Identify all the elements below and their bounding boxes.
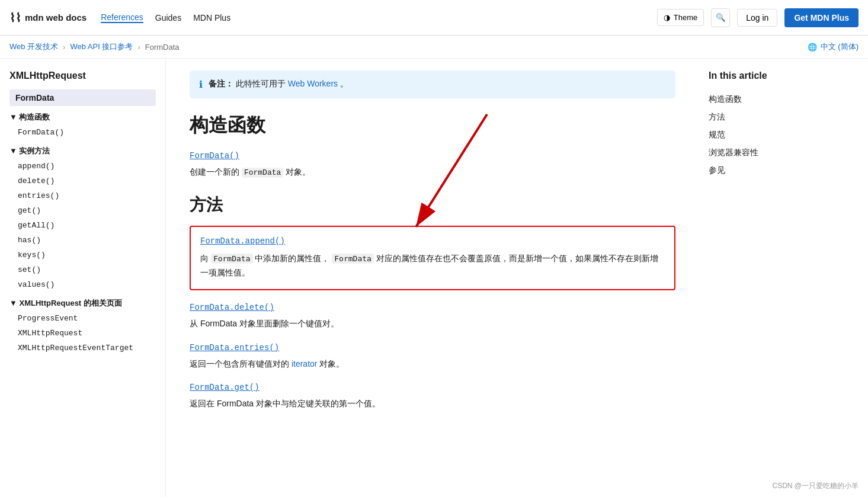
sidebar-item-delete[interactable]: delete() bbox=[9, 174, 156, 188]
toc-title: In this article bbox=[709, 70, 820, 81]
sidebar-item-xmlhttprequesteventtarget[interactable]: XMLHttpRequestEventTarget bbox=[9, 341, 156, 355]
sidebar-item-progressevent[interactable]: ProgressEvent bbox=[9, 311, 156, 326]
breadcrumb-sep-0: › bbox=[63, 43, 65, 52]
breadcrumb-sep-1: › bbox=[137, 43, 140, 52]
sidebar-item-entries[interactable]: entries() bbox=[9, 188, 156, 203]
constructor-description: 创建一个新的 FormData 对象。 bbox=[190, 165, 675, 179]
note-link[interactable]: Web Workers bbox=[288, 79, 338, 88]
nav-right: ◑ Theme 🔍 Log in Get MDN Plus bbox=[657, 8, 859, 27]
sidebar-title: XMLHttpRequest bbox=[9, 70, 156, 81]
sidebar-item-append[interactable]: append() bbox=[9, 159, 156, 174]
append-description: 向 FormData 中添加新的属性值， FormData 对应的属性值存在也不… bbox=[200, 252, 665, 280]
logo-icon: ⌇⌇ bbox=[9, 11, 21, 25]
globe-icon: 🌐 bbox=[808, 43, 817, 52]
constructor-section-title: 构造函数 bbox=[190, 113, 675, 139]
toc-item-1[interactable]: 方法 bbox=[709, 108, 820, 126]
sidebar-item-formdata-constructor[interactable]: FormData() bbox=[9, 125, 156, 140]
lang-switcher[interactable]: 🌐 中文 (简体) bbox=[808, 41, 859, 52]
nav-mdn-plus[interactable]: MDN Plus bbox=[193, 13, 230, 23]
sidebar-section-constructor: ▼ 构造函数 bbox=[9, 112, 156, 123]
search-icon: 🔍 bbox=[716, 13, 726, 22]
theme-icon: ◑ bbox=[664, 13, 670, 22]
right-sidebar: In this article 构造函数 方法 规范 浏览器兼容性 参见 bbox=[699, 59, 829, 497]
sidebar-item-get[interactable]: get() bbox=[9, 203, 156, 218]
logo-text: mdn web docs bbox=[25, 12, 87, 23]
sidebar-item-getall[interactable]: getAll() bbox=[9, 218, 156, 233]
append-method-link[interactable]: FormData.append() bbox=[200, 236, 665, 246]
toc-item-2[interactable]: 规范 bbox=[709, 126, 820, 144]
sidebar-item-xmlhttprequest[interactable]: XMLHttpRequest bbox=[9, 326, 156, 341]
sidebar-item-set[interactable]: set() bbox=[9, 262, 156, 277]
main-content: ℹ 备注： 此特性可用于 Web Workers 。 构造函数 FormData… bbox=[166, 59, 699, 497]
nav-guides[interactable]: Guides bbox=[155, 13, 181, 23]
get-method-link[interactable]: FormData.get() bbox=[190, 383, 260, 392]
breadcrumb-item-0[interactable]: Web 开发技术 bbox=[9, 41, 58, 52]
get-plus-button[interactable]: Get MDN Plus bbox=[784, 8, 859, 27]
sidebar-current-item[interactable]: FormData bbox=[9, 89, 156, 106]
note-content: 此特性可用于 bbox=[236, 79, 286, 88]
note-label: 备注： bbox=[209, 79, 233, 88]
page-layout: XMLHttpRequest FormData ▼ 构造函数 FormData(… bbox=[0, 59, 868, 497]
footer-note: CSDN @一只爱吃糖的小羊 bbox=[772, 481, 859, 491]
logo[interactable]: ⌇⌇ mdn web docs bbox=[9, 11, 87, 25]
note-box: ℹ 备注： 此特性可用于 Web Workers 。 bbox=[190, 70, 675, 98]
sidebar-item-has[interactable]: has() bbox=[9, 233, 156, 248]
toc-item-4[interactable]: 参见 bbox=[709, 162, 820, 179]
entries-method-link[interactable]: FormData.entries() bbox=[190, 343, 279, 352]
methods-section-title: 方法 bbox=[190, 194, 675, 216]
note-content-after: 。 bbox=[340, 79, 348, 88]
constructor-code: FormData bbox=[242, 168, 283, 178]
delete-description: 从 FormData 对象里面删除一个键值对。 bbox=[190, 317, 675, 330]
toc-item-3[interactable]: 浏览器兼容性 bbox=[709, 144, 820, 162]
sidebar-section-related: ▼ XMLHttpRequest 的相关页面 bbox=[9, 298, 156, 309]
theme-label: Theme bbox=[674, 13, 697, 22]
lang-label: 中文 (简体) bbox=[821, 41, 859, 52]
info-icon: ℹ bbox=[199, 79, 203, 90]
constructor-method-link[interactable]: FormData() bbox=[190, 151, 239, 161]
constructor-desc2: 对象。 bbox=[286, 167, 310, 177]
nav-links: References Guides MDN Plus bbox=[101, 12, 230, 23]
constructor-desc-text: 创建一个新的 bbox=[190, 167, 239, 177]
theme-button[interactable]: ◑ Theme bbox=[657, 9, 704, 26]
breadcrumb: Web 开发技术 › Web API 接口参考 › FormData 🌐 中文 … bbox=[0, 36, 868, 59]
iterator-link[interactable]: iterator bbox=[292, 359, 318, 368]
sidebar-item-values[interactable]: values() bbox=[9, 277, 156, 292]
delete-method-link[interactable]: FormData.delete() bbox=[190, 303, 274, 312]
sidebar-section-methods: ▼ 实例方法 bbox=[9, 146, 156, 156]
login-button[interactable]: Log in bbox=[737, 9, 777, 27]
search-button[interactable]: 🔍 bbox=[711, 8, 730, 27]
top-nav: ⌇⌇ mdn web docs References Guides MDN Pl… bbox=[0, 0, 868, 36]
highlighted-method-box: FormData.append() 向 FormData 中添加新的属性值， F… bbox=[190, 226, 675, 291]
nav-references[interactable]: References bbox=[101, 12, 143, 23]
note-text: 备注： 此特性可用于 Web Workers 。 bbox=[209, 79, 348, 89]
breadcrumb-item-1[interactable]: Web API 接口参考 bbox=[70, 41, 133, 52]
sidebar-item-keys[interactable]: keys() bbox=[9, 248, 156, 262]
entries-description: 返回一个包含所有键值对的 iterator 对象。 bbox=[190, 357, 675, 370]
get-description: 返回在 FormData 对象中与给定键关联的第一个值。 bbox=[190, 397, 675, 410]
breadcrumb-item-2: FormData bbox=[145, 43, 180, 52]
left-sidebar: XMLHttpRequest FormData ▼ 构造函数 FormData(… bbox=[0, 59, 166, 497]
toc-item-0[interactable]: 构造函数 bbox=[709, 91, 820, 108]
